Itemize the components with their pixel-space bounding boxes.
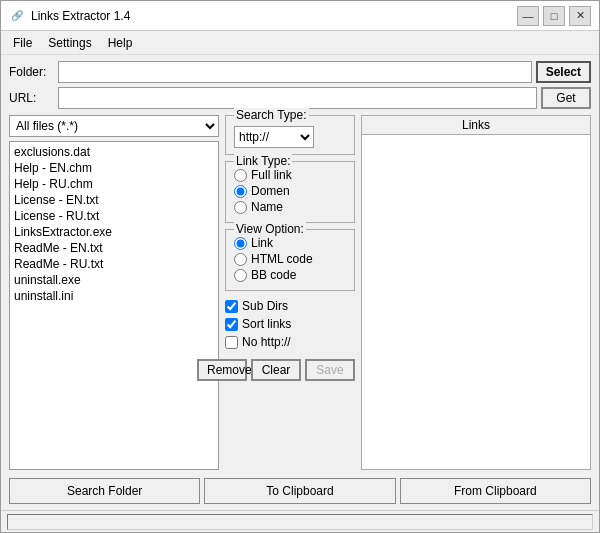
- url-row: URL: Get: [9, 87, 591, 109]
- radio-name: Name: [234, 200, 346, 214]
- checkbox-no-http-label[interactable]: No http://: [242, 335, 291, 349]
- radio-link-input[interactable]: [234, 237, 247, 250]
- url-input[interactable]: [58, 87, 537, 109]
- list-item[interactable]: License - RU.txt: [12, 208, 216, 224]
- search-type-select[interactable]: http:// https:// ftp:// All: [234, 126, 314, 148]
- maximize-button[interactable]: □: [543, 6, 565, 26]
- checkbox-sort-links[interactable]: [225, 318, 238, 331]
- minimize-button[interactable]: —: [517, 6, 539, 26]
- checkboxes-area: Sub Dirs Sort links No http://: [225, 299, 355, 351]
- menu-file[interactable]: File: [5, 34, 40, 52]
- window-controls: — □ ✕: [517, 6, 591, 26]
- file-filter-dropdown[interactable]: All files (*.*) *.txt *.html: [9, 115, 219, 137]
- radio-link: Link: [234, 236, 346, 250]
- clear-button[interactable]: Clear: [251, 359, 301, 381]
- menu-bar: File Settings Help: [1, 31, 599, 55]
- menu-settings[interactable]: Settings: [40, 34, 99, 52]
- list-item[interactable]: ReadMe - RU.txt: [12, 256, 216, 272]
- links-label: Links: [361, 115, 591, 134]
- list-item[interactable]: ReadMe - EN.txt: [12, 240, 216, 256]
- list-item[interactable]: License - EN.txt: [12, 192, 216, 208]
- radio-html-code-label[interactable]: HTML code: [251, 252, 313, 266]
- radio-name-input[interactable]: [234, 201, 247, 214]
- window-title: Links Extractor 1.4: [31, 9, 517, 23]
- right-panel: Links: [361, 115, 591, 470]
- save-button[interactable]: Save: [305, 359, 355, 381]
- folder-row: Folder: Select: [9, 61, 591, 83]
- checkbox-sort-links-row: Sort links: [225, 317, 355, 331]
- radio-domen: Domen: [234, 184, 346, 198]
- radio-domen-label[interactable]: Domen: [251, 184, 290, 198]
- left-panel: All files (*.*) *.txt *.html exclusions.…: [9, 115, 219, 470]
- radio-full-link-label[interactable]: Full link: [251, 168, 292, 182]
- title-bar: 🔗 Links Extractor 1.4 — □ ✕: [1, 1, 599, 31]
- folder-input[interactable]: [58, 61, 532, 83]
- status-bar: [1, 510, 599, 532]
- radio-bb-code: BB code: [234, 268, 346, 282]
- search-type-label: Search Type:: [234, 108, 309, 122]
- list-item[interactable]: Help - RU.chm: [12, 176, 216, 192]
- checkbox-sub-dirs[interactable]: [225, 300, 238, 313]
- link-type-label: Link Type:: [234, 154, 292, 168]
- radio-html-code: HTML code: [234, 252, 346, 266]
- link-type-group: Link Type: Full link Domen Name: [225, 161, 355, 223]
- bottom-buttons: Search Folder To Clipboard From Clipboar…: [9, 478, 591, 504]
- to-clipboard-button[interactable]: To Clipboard: [204, 478, 395, 504]
- checkbox-sort-links-label[interactable]: Sort links: [242, 317, 291, 331]
- main-window: 🔗 Links Extractor 1.4 — □ ✕ File Setting…: [0, 0, 600, 533]
- search-type-row: http:// https:// ftp:// All: [234, 126, 346, 148]
- folder-label: Folder:: [9, 65, 54, 79]
- action-buttons: Remove Clear Save: [225, 359, 355, 381]
- file-list[interactable]: exclusions.datHelp - EN.chmHelp - RU.chm…: [9, 141, 219, 470]
- radio-full-link: Full link: [234, 168, 346, 182]
- view-option-label: View Option:: [234, 222, 306, 236]
- list-item[interactable]: uninstall.ini: [12, 288, 216, 304]
- checkbox-sub-dirs-row: Sub Dirs: [225, 299, 355, 313]
- search-type-group: Search Type: http:// https:// ftp:// All: [225, 115, 355, 155]
- select-button[interactable]: Select: [536, 61, 591, 83]
- radio-html-code-input[interactable]: [234, 253, 247, 266]
- get-button[interactable]: Get: [541, 87, 591, 109]
- remove-button[interactable]: Remove: [197, 359, 247, 381]
- radio-bb-code-input[interactable]: [234, 269, 247, 282]
- list-item[interactable]: Help - EN.chm: [12, 160, 216, 176]
- radio-link-label[interactable]: Link: [251, 236, 273, 250]
- view-option-group: View Option: Link HTML code BB code: [225, 229, 355, 291]
- search-folder-button[interactable]: Search Folder: [9, 478, 200, 504]
- radio-bb-code-label[interactable]: BB code: [251, 268, 296, 282]
- close-button[interactable]: ✕: [569, 6, 591, 26]
- url-label: URL:: [9, 91, 54, 105]
- list-item[interactable]: LinksExtractor.exe: [12, 224, 216, 240]
- status-text: [7, 514, 593, 530]
- radio-domen-input[interactable]: [234, 185, 247, 198]
- app-icon: 🔗: [9, 8, 25, 24]
- checkbox-sub-dirs-label[interactable]: Sub Dirs: [242, 299, 288, 313]
- from-clipboard-button[interactable]: From Clipboard: [400, 478, 591, 504]
- radio-name-label[interactable]: Name: [251, 200, 283, 214]
- list-item[interactable]: uninstall.exe: [12, 272, 216, 288]
- content-area: Folder: Select URL: Get All files (*.*) …: [1, 55, 599, 510]
- checkbox-no-http-row: No http://: [225, 335, 355, 349]
- radio-full-link-input[interactable]: [234, 169, 247, 182]
- checkbox-no-http[interactable]: [225, 336, 238, 349]
- list-item[interactable]: exclusions.dat: [12, 144, 216, 160]
- menu-help[interactable]: Help: [100, 34, 141, 52]
- main-panel: All files (*.*) *.txt *.html exclusions.…: [9, 115, 591, 470]
- middle-panel: Search Type: http:// https:// ftp:// All…: [225, 115, 355, 470]
- links-area[interactable]: [361, 134, 591, 470]
